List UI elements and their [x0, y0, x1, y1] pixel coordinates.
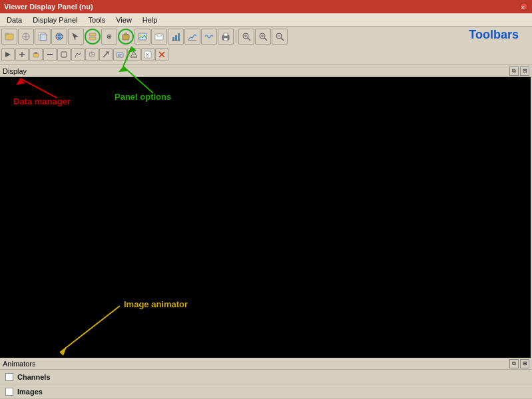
window-controls: ×: [520, 3, 528, 11]
menu-display-panel[interactable]: Display Panel: [27, 15, 83, 25]
toolbar-area: Toolbars: [0, 27, 532, 65]
btn-folder[interactable]: [18, 29, 34, 45]
btn-settings[interactable]: [101, 29, 117, 45]
svg-point-14: [109, 36, 111, 38]
toolbars-annotation: Toolbars: [469, 28, 519, 42]
svg-rect-26: [224, 33, 228, 36]
svg-rect-45: [61, 52, 67, 57]
images-label: Images: [17, 388, 43, 396]
btn2-3[interactable]: [29, 48, 43, 61]
svg-rect-22: [178, 33, 180, 41]
svg-marker-10: [73, 33, 78, 40]
btn-globe[interactable]: [51, 29, 67, 45]
display-header: Display ⧉ ⊞: [0, 65, 532, 77]
channels-label: Channels: [17, 373, 51, 381]
btn2-1[interactable]: [1, 48, 15, 61]
btn2-4[interactable]: [43, 48, 57, 61]
svg-rect-27: [224, 38, 228, 41]
menu-help[interactable]: Help: [137, 15, 163, 25]
btn-zoom-in[interactable]: [255, 29, 271, 45]
btn2-6[interactable]: [71, 48, 85, 61]
btn2-10[interactable]: [127, 48, 140, 61]
btn2-11[interactable]: X: [141, 48, 154, 61]
svg-text:X: X: [146, 53, 149, 57]
display-canvas: [0, 77, 531, 358]
btn-wave[interactable]: [201, 29, 217, 45]
annotations-overlay: [0, 77, 531, 358]
window-title: Viewer Display Panel (nu): [4, 3, 93, 11]
btn-zoom-out[interactable]: [272, 29, 288, 45]
menu-data[interactable]: Data: [1, 15, 27, 25]
menu-view[interactable]: View: [111, 15, 137, 25]
list-item-channels: Channels: [0, 370, 532, 384]
svg-marker-39: [5, 52, 11, 57]
btn2-5[interactable]: [57, 48, 71, 61]
svg-rect-6: [40, 34, 47, 41]
svg-point-18: [140, 35, 142, 37]
svg-rect-43: [35, 52, 37, 54]
svg-rect-21: [175, 35, 177, 41]
images-checkbox[interactable]: [5, 388, 13, 396]
btn-print[interactable]: [218, 29, 234, 45]
btn2-8[interactable]: [99, 48, 113, 61]
btn2-9[interactable]: [113, 48, 127, 61]
list-item-images: Images: [0, 384, 532, 399]
display-header-icons: ⧉ ⊞: [509, 66, 529, 76]
animators-header: Animators ⧉ ⊞: [0, 358, 532, 370]
btn2-7[interactable]: [85, 48, 99, 61]
app-window: Viewer Display Panel (nu) × Data Display…: [0, 0, 532, 399]
btn2-12[interactable]: [155, 48, 168, 61]
btn-data-manager[interactable]: [85, 29, 101, 45]
btn-arrow-tool[interactable]: [68, 29, 84, 45]
svg-line-49: [103, 52, 109, 57]
title-bar: Viewer Display Panel (nu) ×: [0, 0, 532, 13]
channels-checkbox[interactable]: [5, 373, 13, 381]
btn-image[interactable]: [134, 29, 150, 45]
animators-label: Animators: [3, 360, 36, 368]
btn-open[interactable]: [1, 29, 17, 45]
btn-bar-chart[interactable]: [168, 29, 184, 45]
display-icon-1[interactable]: ⧉: [509, 66, 519, 76]
btn-line-chart[interactable]: [184, 29, 200, 45]
btn-copy[interactable]: [35, 29, 51, 45]
animators-header-icons: ⧉ ⊞: [509, 359, 529, 368]
btn-email[interactable]: [151, 29, 167, 45]
close-button[interactable]: ×: [520, 3, 528, 11]
toolbar-row-2: X: [1, 46, 531, 63]
menu-tools[interactable]: Tools: [83, 15, 111, 25]
btn-zoom-fit[interactable]: [238, 29, 254, 45]
svg-line-37: [281, 38, 284, 41]
btn-panel-options[interactable]: [118, 29, 134, 45]
svg-point-55: [133, 56, 134, 57]
svg-line-29: [248, 38, 250, 41]
svg-rect-11: [89, 33, 96, 36]
toolbars-label: Toolbars: [469, 28, 519, 41]
svg-rect-15: [123, 35, 129, 40]
svg-rect-50: [117, 53, 123, 57]
svg-rect-20: [172, 37, 174, 41]
menu-bar: Data Display Panel Tools View Help: [0, 13, 532, 27]
svg-rect-1: [5, 33, 9, 35]
svg-rect-12: [89, 37, 96, 40]
toolbar-sep-1: [236, 30, 236, 43]
animators-icon-1[interactable]: ⧉: [509, 359, 519, 368]
display-icon-2[interactable]: ⊞: [520, 66, 529, 76]
display-label: Display: [3, 67, 27, 75]
svg-line-33: [264, 38, 267, 41]
animators-icon-2[interactable]: ⊞: [520, 359, 529, 368]
btn2-2[interactable]: [15, 48, 29, 61]
toolbar-row-1: Toolbars: [1, 28, 531, 45]
svg-marker-16: [124, 33, 128, 35]
